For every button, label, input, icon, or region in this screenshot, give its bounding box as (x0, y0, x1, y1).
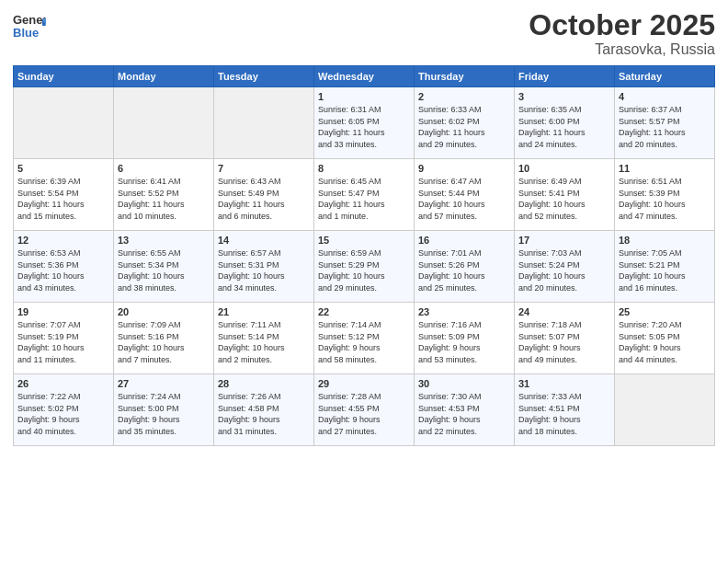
logo: General Blue (13, 9, 46, 46)
day-cell: 9Sunrise: 6:47 AM Sunset: 5:44 PM Daylig… (415, 159, 515, 231)
day-info: Sunrise: 7:01 AM Sunset: 5:26 PM Dayligh… (418, 247, 510, 293)
day-cell: 24Sunrise: 7:18 AM Sunset: 5:07 PM Dayli… (515, 303, 615, 374)
day-cell: 4Sunrise: 6:37 AM Sunset: 5:57 PM Daylig… (615, 87, 715, 159)
day-header-thursday: Thursday (415, 66, 515, 87)
day-cell: 5Sunrise: 6:39 AM Sunset: 5:54 PM Daylig… (14, 159, 114, 231)
day-cell: 3Sunrise: 6:35 AM Sunset: 6:00 PM Daylig… (515, 87, 615, 159)
day-info: Sunrise: 6:39 AM Sunset: 5:54 PM Dayligh… (17, 176, 109, 222)
week-row-3: 12Sunrise: 6:53 AM Sunset: 5:36 PM Dayli… (14, 231, 715, 303)
day-cell: 11Sunrise: 6:51 AM Sunset: 5:39 PM Dayli… (615, 159, 715, 231)
day-number: 14 (218, 235, 310, 246)
day-number: 17 (518, 235, 610, 246)
day-number: 19 (17, 306, 109, 317)
day-info: Sunrise: 7:26 AM Sunset: 4:58 PM Dayligh… (218, 391, 310, 437)
calendar-body: 1Sunrise: 6:31 AM Sunset: 6:05 PM Daylig… (14, 87, 715, 446)
day-number: 23 (418, 306, 510, 317)
day-info: Sunrise: 7:28 AM Sunset: 4:55 PM Dayligh… (318, 391, 410, 437)
day-cell: 14Sunrise: 6:57 AM Sunset: 5:31 PM Dayli… (214, 231, 314, 303)
day-info: Sunrise: 7:20 AM Sunset: 5:05 PM Dayligh… (619, 319, 711, 365)
day-number: 25 (619, 306, 711, 317)
day-number: 10 (518, 163, 610, 174)
day-cell: 17Sunrise: 7:03 AM Sunset: 5:24 PM Dayli… (515, 231, 615, 303)
day-cell: 21Sunrise: 7:11 AM Sunset: 5:14 PM Dayli… (214, 303, 314, 374)
day-number: 24 (518, 306, 610, 317)
day-header-tuesday: Tuesday (214, 66, 314, 87)
day-cell: 12Sunrise: 6:53 AM Sunset: 5:36 PM Dayli… (14, 231, 114, 303)
day-info: Sunrise: 6:37 AM Sunset: 5:57 PM Dayligh… (619, 104, 711, 150)
day-info: Sunrise: 6:57 AM Sunset: 5:31 PM Dayligh… (218, 247, 310, 293)
day-cell: 1Sunrise: 6:31 AM Sunset: 6:05 PM Daylig… (314, 87, 415, 159)
week-row-5: 26Sunrise: 7:22 AM Sunset: 5:02 PM Dayli… (14, 374, 715, 446)
day-cell: 2Sunrise: 6:33 AM Sunset: 6:02 PM Daylig… (415, 87, 515, 159)
day-info: Sunrise: 7:30 AM Sunset: 4:53 PM Dayligh… (418, 391, 510, 437)
calendar-header-row: SundayMondayTuesdayWednesdayThursdayFrid… (14, 66, 715, 87)
day-cell: 18Sunrise: 7:05 AM Sunset: 5:21 PM Dayli… (615, 231, 715, 303)
day-number: 29 (318, 378, 410, 389)
day-number: 12 (17, 235, 109, 246)
day-number: 4 (619, 91, 711, 102)
day-number: 6 (118, 163, 210, 174)
day-header-monday: Monday (114, 66, 214, 87)
day-info: Sunrise: 7:03 AM Sunset: 5:24 PM Dayligh… (518, 247, 610, 293)
day-cell: 23Sunrise: 7:16 AM Sunset: 5:09 PM Dayli… (415, 303, 515, 374)
day-cell: 22Sunrise: 7:14 AM Sunset: 5:12 PM Dayli… (314, 303, 415, 374)
day-number: 21 (218, 306, 310, 317)
day-cell (14, 87, 114, 159)
day-info: Sunrise: 6:45 AM Sunset: 5:47 PM Dayligh… (318, 176, 410, 222)
page: General Blue October 2025 Tarasovka, Rus… (0, 0, 728, 563)
title-block: October 2025 Tarasovka, Russia (529, 9, 715, 58)
day-cell: 19Sunrise: 7:07 AM Sunset: 5:19 PM Dayli… (14, 303, 114, 374)
day-cell: 31Sunrise: 7:33 AM Sunset: 4:51 PM Dayli… (515, 374, 615, 446)
day-info: Sunrise: 6:51 AM Sunset: 5:39 PM Dayligh… (619, 176, 711, 222)
week-row-2: 5Sunrise: 6:39 AM Sunset: 5:54 PM Daylig… (14, 159, 715, 231)
day-cell (214, 87, 314, 159)
day-number: 1 (318, 91, 410, 102)
day-cell: 10Sunrise: 6:49 AM Sunset: 5:41 PM Dayli… (515, 159, 615, 231)
calendar-table: SundayMondayTuesdayWednesdayThursdayFrid… (13, 65, 715, 446)
day-cell: 13Sunrise: 6:55 AM Sunset: 5:34 PM Dayli… (114, 231, 214, 303)
week-row-1: 1Sunrise: 6:31 AM Sunset: 6:05 PM Daylig… (14, 87, 715, 159)
day-cell: 27Sunrise: 7:24 AM Sunset: 5:00 PM Dayli… (114, 374, 214, 446)
day-cell (615, 374, 715, 446)
day-number: 31 (518, 378, 610, 389)
day-number: 28 (218, 378, 310, 389)
day-info: Sunrise: 6:53 AM Sunset: 5:36 PM Dayligh… (17, 247, 109, 293)
svg-text:General: General (13, 13, 46, 27)
day-header-friday: Friday (515, 66, 615, 87)
svg-text:Blue: Blue (13, 26, 39, 40)
day-info: Sunrise: 6:47 AM Sunset: 5:44 PM Dayligh… (418, 176, 510, 222)
day-number: 11 (619, 163, 711, 174)
day-number: 26 (17, 378, 109, 389)
day-cell: 30Sunrise: 7:30 AM Sunset: 4:53 PM Dayli… (415, 374, 515, 446)
day-cell: 7Sunrise: 6:43 AM Sunset: 5:49 PM Daylig… (214, 159, 314, 231)
day-header-saturday: Saturday (615, 66, 715, 87)
day-info: Sunrise: 6:41 AM Sunset: 5:52 PM Dayligh… (118, 176, 210, 222)
day-cell: 16Sunrise: 7:01 AM Sunset: 5:26 PM Dayli… (415, 231, 515, 303)
day-header-sunday: Sunday (14, 66, 114, 87)
day-number: 30 (418, 378, 510, 389)
day-info: Sunrise: 7:18 AM Sunset: 5:07 PM Dayligh… (518, 319, 610, 365)
day-number: 5 (17, 163, 109, 174)
day-info: Sunrise: 7:16 AM Sunset: 5:09 PM Dayligh… (418, 319, 510, 365)
day-cell: 29Sunrise: 7:28 AM Sunset: 4:55 PM Dayli… (314, 374, 415, 446)
day-number: 20 (118, 306, 210, 317)
day-info: Sunrise: 6:31 AM Sunset: 6:05 PM Dayligh… (318, 104, 410, 150)
day-info: Sunrise: 7:24 AM Sunset: 5:00 PM Dayligh… (118, 391, 210, 437)
day-info: Sunrise: 7:07 AM Sunset: 5:19 PM Dayligh… (17, 319, 109, 365)
day-number: 2 (418, 91, 510, 102)
day-info: Sunrise: 7:14 AM Sunset: 5:12 PM Dayligh… (318, 319, 410, 365)
day-info: Sunrise: 6:49 AM Sunset: 5:41 PM Dayligh… (518, 176, 610, 222)
header: General Blue October 2025 Tarasovka, Rus… (13, 9, 715, 58)
day-info: Sunrise: 6:43 AM Sunset: 5:49 PM Dayligh… (218, 176, 310, 222)
day-info: Sunrise: 6:35 AM Sunset: 6:00 PM Dayligh… (518, 104, 610, 150)
day-number: 3 (518, 91, 610, 102)
day-number: 22 (318, 306, 410, 317)
day-info: Sunrise: 6:33 AM Sunset: 6:02 PM Dayligh… (418, 104, 510, 150)
day-cell: 25Sunrise: 7:20 AM Sunset: 5:05 PM Dayli… (615, 303, 715, 374)
day-cell: 26Sunrise: 7:22 AM Sunset: 5:02 PM Dayli… (14, 374, 114, 446)
day-cell: 8Sunrise: 6:45 AM Sunset: 5:47 PM Daylig… (314, 159, 415, 231)
day-cell: 28Sunrise: 7:26 AM Sunset: 4:58 PM Dayli… (214, 374, 314, 446)
day-number: 8 (318, 163, 410, 174)
day-header-wednesday: Wednesday (314, 66, 415, 87)
day-cell: 6Sunrise: 6:41 AM Sunset: 5:52 PM Daylig… (114, 159, 214, 231)
